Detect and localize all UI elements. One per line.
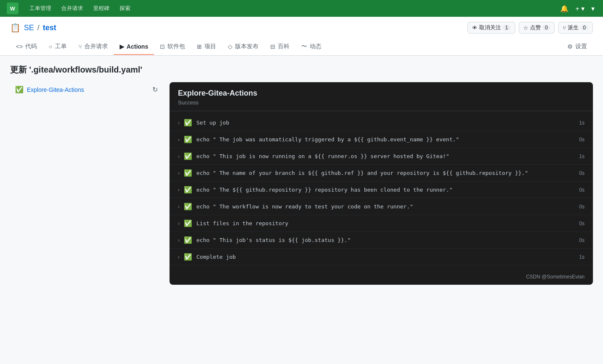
workflow-check-icon: ✅ <box>15 86 23 94</box>
tab-settings-label: 设置 <box>575 43 587 50</box>
repo-title: 📋 SE / test <box>10 23 56 33</box>
step-chevron-icon: › <box>178 120 180 126</box>
job-step[interactable]: › ✅ Complete job 1s <box>170 249 593 265</box>
fork-label: 派生 <box>568 24 579 31</box>
page-content: 更新 '.gitea/workflows/build.yaml' ✅ Explo… <box>0 56 603 293</box>
step-chevron-icon: › <box>178 204 180 210</box>
tab-releases-label: 版本发布 <box>235 43 258 50</box>
wiki-icon: ⊟ <box>270 43 275 50</box>
actions-icon: ▶ <box>120 43 124 50</box>
step-chevron-icon: › <box>178 187 180 193</box>
fork-icon: ⑂ <box>563 25 566 31</box>
tab-pr-label: 合并请求 <box>84 43 108 50</box>
repo-separator: / <box>37 23 39 32</box>
watch-label: 取消关注 <box>479 24 501 31</box>
issues-icon: ○ <box>49 43 52 50</box>
job-step[interactable]: › ✅ echo " This job's status is ${{ job.… <box>170 232 593 249</box>
tab-actions[interactable]: ▶ Actions <box>114 39 154 55</box>
fork-button[interactable]: ⑂ 派生 0 <box>558 22 593 34</box>
settings-icon: ⚙ <box>567 43 573 50</box>
step-label: List files in the repository <box>196 220 575 226</box>
tab-activity[interactable]: 〜 动态 <box>295 39 327 55</box>
watermark: CSDN @SometimesEvian <box>170 269 593 285</box>
notification-bell-button[interactable]: 🔔 <box>559 3 570 14</box>
job-steps: › ✅ Set up job 1s › ✅ echo " The job was… <box>170 111 593 269</box>
step-label: echo " The workflow is now ready to test… <box>196 203 575 210</box>
watch-button[interactable]: 👁 取消关注 1 <box>467 22 515 34</box>
step-success-icon: ✅ <box>184 186 192 194</box>
job-step[interactable]: › ✅ echo " The name of your branch is ${… <box>170 165 593 182</box>
job-step[interactable]: › ✅ List files in the repository 0s <box>170 215 593 232</box>
step-success-icon: ✅ <box>184 152 192 160</box>
step-success-icon: ✅ <box>184 236 192 244</box>
workflow-name: Explore-Gitea-Actions <box>27 86 84 93</box>
actions-layout: ✅ Explore-Gitea-Actions ↻ Explore-Gitea-… <box>10 82 593 285</box>
job-step[interactable]: › ✅ echo " The job was automatically tri… <box>170 131 593 148</box>
navbar-links: 工单管理 合并请求 里程碑 探索 <box>25 2 559 15</box>
job-panel: Explore-Gitea-Actions Success › ✅ Set up… <box>170 82 593 285</box>
job-panel-status: Success <box>178 99 585 106</box>
navbar-link-workitem[interactable]: 工单管理 <box>25 2 55 15</box>
step-duration: 0s <box>579 137 585 143</box>
workflow-item[interactable]: ✅ Explore-Gitea-Actions ↻ <box>10 82 163 97</box>
job-step[interactable]: › ✅ echo " The workflow is now ready to … <box>170 198 593 215</box>
tab-wiki-label: 百科 <box>278 43 290 50</box>
step-duration: 0s <box>579 170 585 176</box>
job-step[interactable]: › ✅ echo " The ${{ github.repository }} … <box>170 182 593 198</box>
step-chevron-icon: › <box>178 221 180 226</box>
tab-settings[interactable]: ⚙ 设置 <box>561 39 593 55</box>
tab-code-label: 代码 <box>25 43 37 50</box>
activity-icon: 〜 <box>301 43 307 50</box>
tab-wiki[interactable]: ⊟ 百科 <box>264 39 295 55</box>
step-duration: 0s <box>579 237 585 243</box>
repo-header: 📋 SE / test 👁 取消关注 1 ☆ 点赞 0 ⑂ 派生 0 <box>0 17 603 56</box>
job-step[interactable]: › ✅ Set up job 1s <box>170 114 593 131</box>
repo-name[interactable]: test <box>43 23 56 32</box>
watch-count: 1 <box>503 25 511 31</box>
tab-activity-label: 动态 <box>310 43 321 50</box>
tab-releases[interactable]: ◇ 版本发布 <box>222 39 264 55</box>
refresh-icon[interactable]: ↻ <box>152 86 158 94</box>
job-step[interactable]: › ✅ echo " This job is now running on a … <box>170 148 593 165</box>
repo-actions: 👁 取消关注 1 ☆ 点赞 0 ⑂ 派生 0 <box>467 22 593 34</box>
fork-count: 0 <box>580 25 588 31</box>
step-label: echo " The job was automatically trigger… <box>196 136 575 143</box>
step-success-icon: ✅ <box>184 253 192 261</box>
eye-icon: 👁 <box>472 25 478 31</box>
step-chevron-icon: › <box>178 153 180 159</box>
tab-issues[interactable]: ○ 工单 <box>43 39 72 55</box>
step-duration: 1s <box>579 254 585 260</box>
step-chevron-icon: › <box>178 237 180 243</box>
step-chevron-icon: › <box>178 137 180 143</box>
tab-projects[interactable]: ⊞ 项目 <box>191 39 222 55</box>
tab-code[interactable]: <> 代码 <box>10 39 43 55</box>
navbar-right: 🔔 + ▾ ▾ <box>559 3 596 14</box>
repo-owner[interactable]: SE <box>24 23 34 32</box>
create-plus-button[interactable]: + ▾ <box>574 3 586 14</box>
code-icon: <> <box>16 43 23 50</box>
tab-pr[interactable]: ⑂ 合并请求 <box>73 39 114 55</box>
step-chevron-icon: › <box>178 254 180 260</box>
star-button[interactable]: ☆ 点赞 0 <box>519 22 555 34</box>
navbar-link-milestone[interactable]: 里程碑 <box>89 2 114 15</box>
step-duration: 0s <box>579 187 585 193</box>
packages-icon: ⊡ <box>160 43 165 50</box>
step-duration: 1s <box>579 153 585 159</box>
user-menu-button[interactable]: ▾ <box>590 3 596 14</box>
step-chevron-icon: › <box>178 170 180 176</box>
step-label: echo " This job's status is ${{ job.stat… <box>196 237 575 243</box>
releases-icon: ◇ <box>228 43 232 50</box>
step-duration: 0s <box>579 204 585 210</box>
navbar-logo[interactable]: W <box>7 3 18 14</box>
step-success-icon: ✅ <box>184 135 192 143</box>
pr-icon: ⑂ <box>78 43 82 50</box>
repo-tabs: <> 代码 ○ 工单 ⑂ 合并请求 ▶ Actions ⊡ 软件包 ⊞ 项目 ◇… <box>10 39 593 55</box>
navbar-link-pr[interactable]: 合并请求 <box>57 2 87 15</box>
job-panel-header: Explore-Gitea-Actions Success <box>170 82 593 111</box>
step-success-icon: ✅ <box>184 219 192 227</box>
tab-packages-label: 软件包 <box>167 43 185 50</box>
navbar-link-explore[interactable]: 探索 <box>115 2 135 15</box>
repo-icon: 📋 <box>10 23 21 33</box>
tab-packages[interactable]: ⊡ 软件包 <box>154 39 191 55</box>
step-label: echo " This job is now running on a ${{ … <box>196 153 575 159</box>
